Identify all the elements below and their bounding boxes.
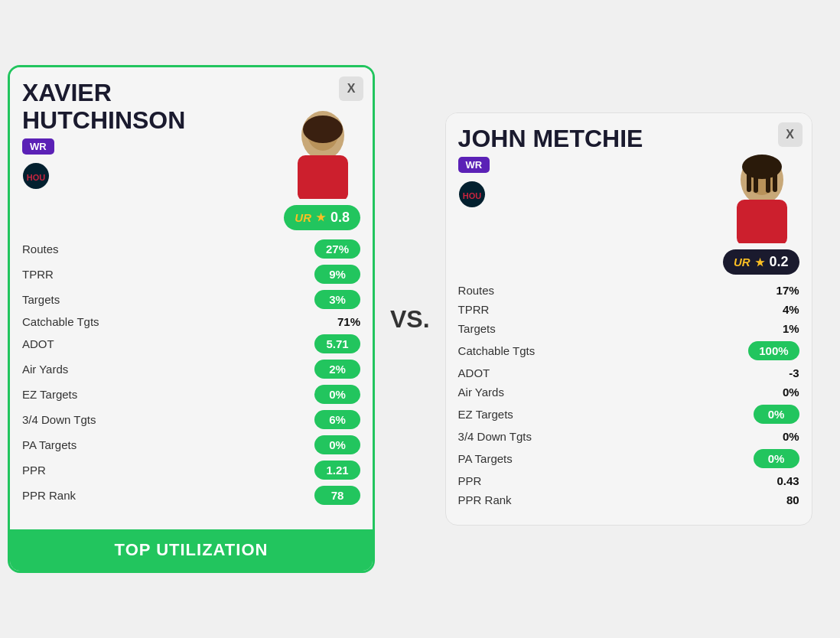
stat-catchable-p1: Catchable Tgts 71% <box>22 315 360 328</box>
stat-tprr-p1: TPRR 9% <box>22 265 360 284</box>
stat-adot-p1: ADOT 5.71 <box>22 334 360 353</box>
comparison-container: XAVIER HUTCHINSON X WR HOU <box>8 65 832 572</box>
player1-ur-score: UR ★ 0.8 <box>284 205 360 230</box>
stat-routes-p1: Routes 27% <box>22 239 360 259</box>
stat-targets-p2: Targets 1% <box>458 322 799 335</box>
svg-text:HOU: HOU <box>462 191 481 200</box>
player2-card: JOHN METCHIE X WR HOU <box>445 112 812 526</box>
player1-header: XAVIER HUTCHINSON X WR HOU <box>10 67 373 198</box>
player1-team-logo: HOU <box>22 162 50 190</box>
player2-position-badge: WR <box>458 157 490 173</box>
svg-rect-10 <box>737 200 787 243</box>
stat-ppr-p1: PPR 1.21 <box>22 461 360 480</box>
player1-card: XAVIER HUTCHINSON X WR HOU <box>8 65 375 572</box>
stat-tprr-p2: TPRR 4% <box>458 303 799 316</box>
stat-adot-p2: ADOT -3 <box>458 366 799 379</box>
stat-34down-p2: 3/4 Down Tgts 0% <box>458 430 799 443</box>
stat-pprrank-p1: PPR Rank 78 <box>22 486 360 505</box>
stat-patargets-p1: PA Targets 0% <box>22 435 360 454</box>
player2-ur-score: UR ★ 0.2 <box>723 249 799 275</box>
stat-patargets-p2: PA Targets 0% <box>458 449 799 468</box>
player1-photo <box>278 96 366 199</box>
player2-stats: Routes 17% TPRR 4% Targets 1% Catchable … <box>446 281 812 525</box>
player2-team-logo: HOU <box>458 181 486 208</box>
stat-targets-p1: Targets 3% <box>22 290 360 309</box>
player2-photo <box>718 140 806 243</box>
stat-routes-p2: Routes 17% <box>458 284 799 297</box>
stat-catchable-p2: Catchable Tgts 100% <box>458 341 799 360</box>
stat-ppr-p2: PPR 0.43 <box>458 474 799 487</box>
stat-airyards-p2: Air Yards 0% <box>458 386 799 399</box>
stat-eztargets-p2: EZ Targets 0% <box>458 405 799 424</box>
player1-bottom-banner: TOP UTILIZATION <box>10 529 373 571</box>
svg-rect-4 <box>298 155 348 199</box>
svg-point-15 <box>742 155 782 179</box>
stat-eztargets-p1: EZ Targets 0% <box>22 385 360 404</box>
stat-pprrank-p2: PPR Rank 80 <box>458 493 799 506</box>
svg-text:HOU: HOU <box>27 173 46 182</box>
player2-ur-badge-container: UR ★ 0.2 <box>446 243 812 278</box>
player1-stats: Routes 27% TPRR 9% Targets 3% Catchable … <box>10 236 373 523</box>
vs-separator: VS. <box>390 305 430 334</box>
player1-ur-badge-container: UR ★ 0.8 <box>10 199 373 233</box>
stat-airyards-p1: Air Yards 2% <box>22 360 360 379</box>
player1-name: XAVIER HUTCHINSON <box>22 80 252 133</box>
stat-34down-p1: 3/4 Down Tgts 6% <box>22 410 360 429</box>
player2-name: JOHN METCHIE <box>458 125 688 152</box>
player1-position-badge: WR <box>22 138 54 155</box>
svg-point-5 <box>303 116 343 143</box>
player2-header: JOHN METCHIE X WR HOU <box>446 113 812 243</box>
